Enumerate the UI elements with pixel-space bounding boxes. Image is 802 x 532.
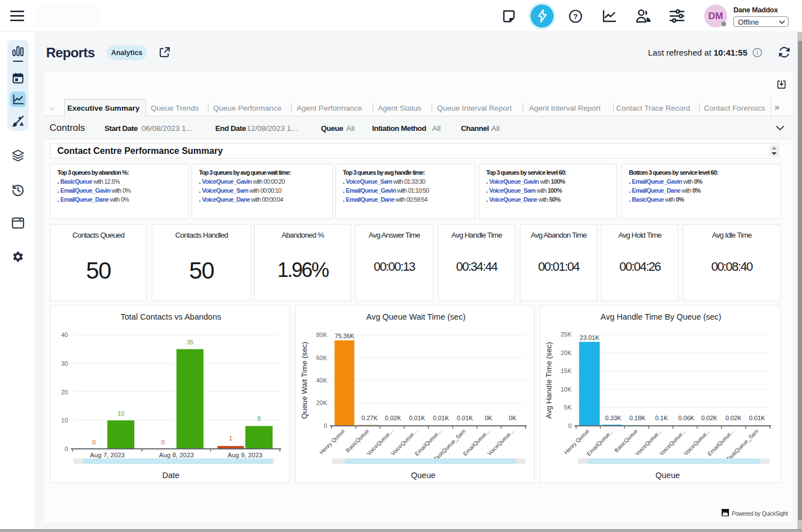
svg-text:0.33K: 0.33K [605, 415, 622, 421]
svg-text:0.02K: 0.02K [726, 415, 742, 421]
svg-text:80K: 80K [316, 331, 327, 338]
svg-text:Avg Handle Time By Queue (sec): Avg Handle Time By Queue (sec) [601, 312, 722, 321]
svg-text:0.01K: 0.01K [457, 415, 473, 421]
svg-text:0K: 0K [484, 415, 492, 421]
svg-text:30: 30 [61, 360, 68, 367]
svg-text:Henry Queue: Henry Queue [318, 428, 346, 455]
svg-text:40K: 40K [316, 377, 327, 384]
svg-text:1: 1 [229, 435, 232, 442]
svg-text:Aug 7, 2023: Aug 7, 2023 [90, 452, 125, 458]
svg-text:10: 10 [117, 410, 124, 417]
svg-text:Date: Date [162, 471, 180, 480]
svg-text:20K: 20K [316, 399, 327, 406]
svg-text:Avg Queue Wait Time (sec): Avg Queue Wait Time (sec) [366, 312, 465, 321]
svg-text:0.01K: 0.01K [409, 415, 425, 421]
svg-text:10: 10 [61, 417, 68, 424]
svg-text:0.27K: 0.27K [361, 415, 378, 421]
svg-text:0: 0 [568, 422, 572, 429]
svg-text:?: ? [573, 12, 578, 21]
svg-text:8: 8 [257, 415, 261, 422]
svg-text:Avg Handle Time (sec): Avg Handle Time (sec) [545, 342, 553, 419]
svg-text:0.18K: 0.18K [629, 415, 646, 421]
svg-text:0.01K: 0.01K [433, 415, 449, 421]
svg-text:0: 0 [324, 422, 327, 429]
svg-text:40: 40 [61, 331, 68, 338]
svg-text:BasicQueue: BasicQueue [345, 428, 370, 453]
svg-text:20K: 20K [560, 349, 572, 356]
svg-text:60K: 60K [316, 354, 327, 361]
svg-text:0.02K: 0.02K [701, 415, 718, 421]
svg-text:0.01K: 0.01K [749, 415, 765, 421]
svg-text:23.01K: 23.01K [580, 334, 600, 341]
svg-text:5K: 5K [564, 404, 572, 411]
svg-text:0.02K: 0.02K [385, 415, 401, 421]
svg-text:0: 0 [65, 445, 68, 452]
svg-text:Total Contacts vs Abandons: Total Contacts vs Abandons [121, 312, 221, 321]
svg-text:0.1K: 0.1K [655, 415, 668, 421]
svg-text:Queue Wait Time (sec): Queue Wait Time (sec) [300, 342, 309, 419]
svg-text:Queue: Queue [411, 471, 436, 480]
svg-text:35: 35 [187, 339, 193, 345]
svg-text:Queue: Queue [655, 471, 680, 480]
svg-text:Aug 8, 2023: Aug 8, 2023 [159, 452, 194, 458]
svg-text:BasicQueue: BasicQueue [613, 428, 639, 453]
svg-text:10K: 10K [560, 386, 572, 393]
svg-text:0: 0 [161, 439, 165, 445]
svg-text:0K: 0K [509, 415, 516, 421]
svg-text:15K: 15K [560, 367, 572, 374]
svg-text:75.36K: 75.36K [335, 333, 355, 339]
svg-text:20: 20 [61, 389, 68, 395]
svg-text:25K: 25K [560, 331, 572, 338]
svg-text:0.06K: 0.06K [678, 415, 695, 421]
svg-text:Aug 9, 2023: Aug 9, 2023 [228, 452, 262, 458]
svg-text:0: 0 [92, 439, 96, 445]
